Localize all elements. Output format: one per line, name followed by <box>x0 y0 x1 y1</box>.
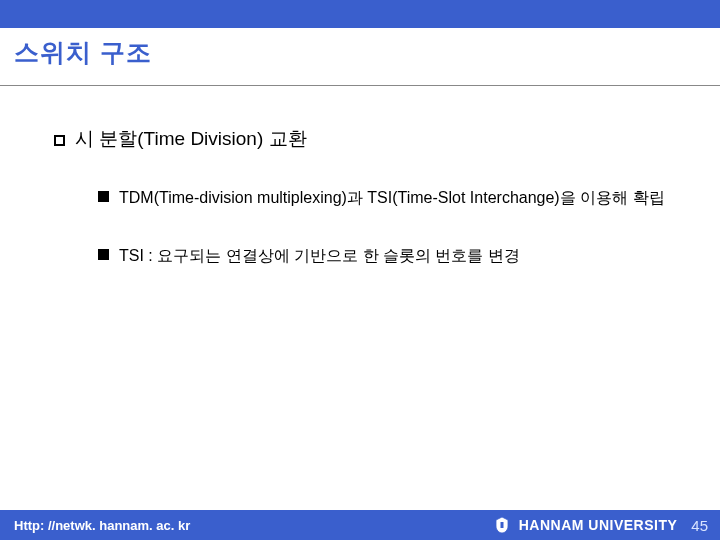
title-wrap: 스위치 구조 <box>0 28 720 86</box>
slide-title: 스위치 구조 <box>14 36 720 69</box>
footer-url: Http: //netwk. hannam. ac. kr <box>14 518 190 533</box>
footer-page-number: 45 <box>691 517 708 534</box>
filled-square-bullet-icon <box>98 191 109 202</box>
slide: 스위치 구조 시 분할(Time Division) 교환 TDM(Time-d… <box>0 0 720 540</box>
svg-rect-0 <box>500 522 503 528</box>
sub-bullet-1-text: TDM(Time-division multiplexing)과 TSI(Tim… <box>119 186 665 210</box>
content-area: 시 분할(Time Division) 교환 TDM(Time-division… <box>0 86 720 268</box>
sub-bullet-2: TSI : 요구되는 연결상에 기반으로 한 슬롯의 번호를 변경 <box>98 244 690 268</box>
filled-square-bullet-icon <box>98 249 109 260</box>
top-bar <box>0 0 720 28</box>
hollow-square-bullet-icon <box>54 135 65 146</box>
sub-bullets: TDM(Time-division multiplexing)과 TSI(Tim… <box>54 152 690 268</box>
university-crest-icon <box>493 516 511 534</box>
sub-bullet-1: TDM(Time-division multiplexing)과 TSI(Tim… <box>98 186 690 210</box>
main-heading-row: 시 분할(Time Division) 교환 <box>54 126 690 152</box>
footer-bar: Http: //netwk. hannam. ac. kr HANNAM UNI… <box>0 510 720 540</box>
footer-university: HANNAM UNIVERSITY <box>519 517 678 533</box>
sub-bullet-2-text: TSI : 요구되는 연결상에 기반으로 한 슬롯의 번호를 변경 <box>119 244 520 268</box>
main-heading-text: 시 분할(Time Division) 교환 <box>75 128 307 149</box>
footer-right: HANNAM UNIVERSITY 45 <box>493 516 708 534</box>
